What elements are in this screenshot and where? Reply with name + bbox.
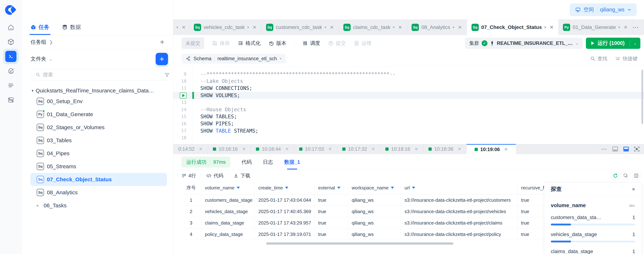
column-header[interactable]: volume_name	[201, 181, 255, 194]
version-button[interactable]: 版本	[268, 40, 286, 47]
close-icon[interactable]: ✕	[372, 146, 375, 152]
chevron-down-icon[interactable]: ▾	[453, 25, 454, 29]
editor-scrollbar[interactable]	[642, 70, 643, 124]
run-options-caret[interactable]: ⌄	[630, 38, 640, 49]
explore-item[interactable]: claims_data_stage1	[551, 248, 635, 254]
panel-bottom-icon[interactable]	[612, 146, 618, 152]
explore-item[interactable]: vehicles_data_stage1	[551, 232, 635, 242]
sort-icon[interactable]	[285, 187, 288, 189]
tree-item[interactable]: Sq04_Pipes	[30, 147, 167, 160]
result-tab-10:18:36[interactable]: 10:18:36✕	[423, 144, 466, 154]
tree-item[interactable]: Sq05_Streams	[30, 160, 167, 173]
tab-tasks[interactable]: 任务	[30, 20, 50, 35]
column-header[interactable]: recursive_fil	[518, 181, 545, 194]
editor-tab-08_Analytics[interactable]: Sq08_Analytics▾✕	[407, 20, 467, 35]
close-icon[interactable]: ✕	[330, 24, 334, 30]
shortcuts-button[interactable]: 快捷键	[615, 55, 638, 62]
close-icon[interactable]: ✕	[414, 146, 418, 152]
tree-item[interactable]: ▸06_Tasks	[30, 199, 167, 212]
code-line[interactable]: 15SHOW TABLES;	[173, 113, 644, 120]
tree-item[interactable]: Sq08_Analytics	[30, 186, 167, 199]
schedule-button[interactable]: 调度	[302, 40, 320, 47]
download-button[interactable]: 下载	[234, 172, 250, 179]
result-tab-10:18:16[interactable]: 10:18:16✕	[380, 144, 423, 154]
run-button-main[interactable]: 运行 (1000)	[586, 38, 630, 49]
search-box[interactable]	[31, 69, 174, 80]
tree-item[interactable]: Sq03_Tables	[30, 134, 167, 147]
panel-bottom-active-icon[interactable]	[623, 146, 629, 152]
code-line[interactable]: 17SHOW TABLE STREAMS;	[173, 127, 644, 134]
cluster-selector[interactable]: 集群 ✓ REALTIME_INSURANCE_ETL_… ⌄	[465, 38, 583, 49]
tree-item[interactable]: Py01_Data_Generate	[30, 108, 167, 121]
columns-button[interactable]	[632, 172, 640, 180]
rail-logs-icon[interactable]	[0, 78, 22, 93]
more-tabs-icon[interactable]: ⋯	[632, 24, 639, 31]
result-tab-10:17:32[interactable]: 10:17:32✕	[337, 144, 380, 154]
close-icon[interactable]: ✕	[328, 146, 332, 152]
editor-tab-01_Data_Generate[interactable]: Py01_Data_Generate▾✕	[558, 20, 632, 35]
code-line[interactable]: 10--Lake Objects	[173, 78, 644, 85]
result-view-tab-代码[interactable]: 代码	[242, 159, 252, 166]
result-tab-10:16:44[interactable]: 10:16:44✕	[251, 144, 294, 154]
tree-expand-icon[interactable]: ▾	[32, 88, 34, 93]
chevron-down-icon[interactable]: ⌄	[49, 56, 52, 62]
editor-tab-clipped[interactable]: ▾ ✕	[173, 20, 189, 35]
tree-item[interactable]: Sq00_Setup_Env	[30, 95, 167, 108]
code-line[interactable]: 13	[173, 99, 644, 106]
add-file-button[interactable]: +	[156, 53, 168, 65]
add-task-group-button[interactable]: +	[160, 38, 164, 46]
ops-button[interactable]: 运维	[354, 40, 372, 47]
horizontal-scrollbar[interactable]	[266, 242, 454, 244]
result-tab-10:19:06[interactable]: 10:19:06✕	[466, 144, 516, 154]
profile-refresh-button[interactable]	[611, 172, 620, 180]
save-button[interactable]: 保存	[212, 40, 230, 47]
tree-root[interactable]: ▾ Quickstarts_RealTime_Insurance_claims_…	[32, 86, 173, 95]
code-line[interactable]: 9--*************************************…	[173, 70, 644, 78]
close-icon[interactable]: ✕	[624, 24, 628, 30]
column-header[interactable]: 序号	[181, 181, 201, 194]
more-results-icon[interactable]: ⋯	[601, 146, 608, 152]
filter-icon[interactable]	[165, 72, 170, 77]
close-icon[interactable]: ✕	[182, 24, 186, 30]
close-icon[interactable]: ✕	[252, 24, 256, 30]
column-header[interactable]: workspace_name	[348, 181, 401, 194]
rail-modules-icon[interactable]	[0, 35, 22, 49]
code-line[interactable]: 16SHOW PIPES;	[173, 120, 644, 127]
result-tab-10:16:16[interactable]: 10:16:16✕	[208, 144, 251, 154]
run-button[interactable]: 运行 (1000) ⌄	[586, 38, 640, 49]
find-button[interactable]: 查找	[590, 55, 607, 62]
close-icon[interactable]: ✕	[398, 24, 402, 30]
run-line-button[interactable]	[180, 92, 186, 99]
schema-selector[interactable]: Schema realtime_insurance_etl_sch ▾	[182, 54, 286, 64]
close-icon[interactable]: ✕	[285, 146, 289, 152]
rail-ops-icon[interactable]	[0, 64, 22, 78]
result-view-tab-数据_1[interactable]: 数据_1	[284, 159, 300, 166]
search-input[interactable]	[43, 72, 162, 78]
close-icon[interactable]: ✕	[504, 147, 508, 152]
rail-dev-item[interactable]	[0, 49, 22, 64]
editor-tab-07_Check_Object_Status[interactable]: Sq07_Check_Object_Status▾✕	[467, 20, 558, 35]
close-icon[interactable]: ✕	[458, 24, 462, 30]
column-header[interactable]: url	[401, 181, 518, 194]
code-editor[interactable]: 9--*************************************…	[173, 66, 644, 144]
sort-icon[interactable]	[337, 187, 340, 189]
close-icon[interactable]: ✕	[242, 146, 246, 152]
rail-resources-icon[interactable]	[0, 93, 22, 107]
sort-icon[interactable]	[412, 187, 415, 189]
editor-tab-claims_cdc_task[interactable]: Sqclaims_cdc_task▾✕	[339, 20, 407, 35]
close-icon[interactable]: ✕	[458, 146, 461, 152]
editor-tab-vehicles_cdc_task[interactable]: Sqvehicles_cdc_task▾✕	[189, 20, 261, 35]
result-tab-0:14:52[interactable]: 0:14:52✕	[173, 144, 208, 154]
code-line[interactable]: SHOW VOLUMES;	[173, 92, 644, 99]
workspace-switcher[interactable]: 空间 qiliang_ws	[570, 4, 637, 16]
fullscreen-icon[interactable]	[634, 146, 640, 152]
close-icon[interactable]: ✕	[199, 146, 202, 152]
submit-button[interactable]: 提交	[328, 40, 346, 47]
code-line[interactable]: 14--House Objects	[173, 106, 644, 113]
close-icon[interactable]: ✕	[550, 24, 554, 30]
chevron-down-icon[interactable]: ▾	[544, 25, 546, 29]
tree-item[interactable]: Sq07_Check_Object_Status	[30, 173, 167, 186]
column-header[interactable]: create_time	[255, 181, 314, 194]
result-view-tab-日志[interactable]: 日志	[263, 159, 273, 166]
editor-tab-customers_cdc_task[interactable]: Sqcustomers_cdc_task▾✕	[261, 20, 339, 35]
